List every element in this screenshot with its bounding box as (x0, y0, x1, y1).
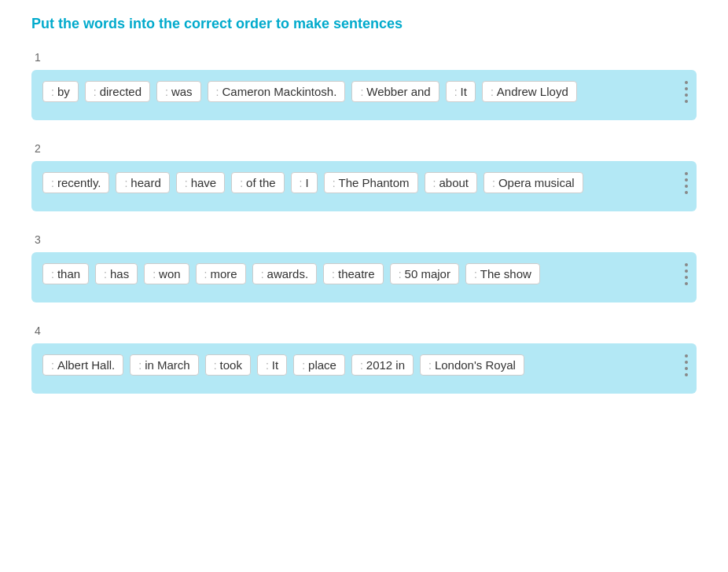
word-chip-1-1[interactable]: heard (116, 172, 169, 193)
word-chip-0-1[interactable]: directed (85, 81, 150, 102)
word-chip-0-6[interactable]: Andrew Lloyd (482, 81, 577, 102)
word-chip-2-5[interactable]: theatre (323, 263, 384, 284)
drag-handle-1[interactable] (684, 81, 689, 109)
word-chip-3-0[interactable]: Albert Hall. (42, 354, 123, 376)
question-number-4: 4 (31, 324, 697, 337)
question-number-2: 2 (31, 142, 697, 155)
drag-handle-2[interactable] (684, 172, 689, 200)
word-chip-0-0[interactable]: by (42, 81, 79, 102)
word-chip-3-4[interactable]: place (293, 354, 345, 376)
word-chip-0-3[interactable]: Cameron Mackintosh. (208, 81, 346, 102)
word-area-2[interactable]: recently.heardhaveof theIThe Phantomabou… (31, 161, 697, 211)
question-block-1: 1bydirectedwasCameron Mackintosh.Webber … (31, 51, 697, 120)
word-chip-3-5[interactable]: 2012 in (351, 354, 414, 376)
drag-handle-3[interactable] (684, 263, 689, 292)
word-chip-0-2[interactable]: was (156, 81, 201, 102)
word-chip-2-4[interactable]: awards. (252, 263, 317, 284)
questions-container: 1bydirectedwasCameron Mackintosh.Webber … (31, 51, 697, 394)
word-chip-3-1[interactable]: in March (130, 354, 198, 376)
question-number-3: 3 (31, 233, 697, 246)
question-block-3: 3thanhaswonmoreawards.theatre50 majorThe… (31, 233, 697, 302)
word-chip-1-5[interactable]: The Phantom (324, 172, 418, 193)
drag-handle-4[interactable] (684, 354, 689, 383)
word-area-1[interactable]: bydirectedwasCameron Mackintosh.Webber a… (31, 70, 697, 120)
word-chip-2-1[interactable]: has (95, 263, 138, 284)
word-chip-1-7[interactable]: Opera musical (483, 172, 583, 193)
question-block-2: 2recently.heardhaveof theIThe Phantomabo… (31, 142, 697, 211)
word-chip-0-4[interactable]: Webber and (351, 81, 439, 102)
word-chip-0-5[interactable]: It (446, 81, 476, 102)
word-chip-1-0[interactable]: recently. (42, 172, 109, 193)
word-chip-2-3[interactable]: more (196, 263, 246, 284)
word-chip-2-7[interactable]: The show (465, 263, 540, 284)
word-chip-1-2[interactable]: have (176, 172, 225, 193)
word-area-3[interactable]: thanhaswonmoreawards.theatre50 majorThe … (31, 252, 697, 302)
word-chip-3-3[interactable]: It (257, 354, 287, 376)
page-title: Put the words into the correct order to … (31, 16, 697, 32)
word-area-4[interactable]: Albert Hall.in MarchtookItplace2012 inLo… (31, 343, 697, 394)
word-chip-1-6[interactable]: about (425, 172, 477, 193)
word-chip-2-2[interactable]: won (144, 263, 189, 284)
word-chip-3-6[interactable]: London's Royal (420, 354, 524, 376)
word-chip-3-2[interactable]: took (205, 354, 251, 376)
word-chip-2-0[interactable]: than (42, 263, 89, 284)
word-chip-1-4[interactable]: I (291, 172, 318, 193)
word-chip-2-6[interactable]: 50 major (390, 263, 459, 284)
word-chip-1-3[interactable]: of the (231, 172, 284, 193)
question-block-4: 4Albert Hall.in MarchtookItplace2012 inL… (31, 324, 697, 394)
question-number-1: 1 (31, 51, 697, 64)
